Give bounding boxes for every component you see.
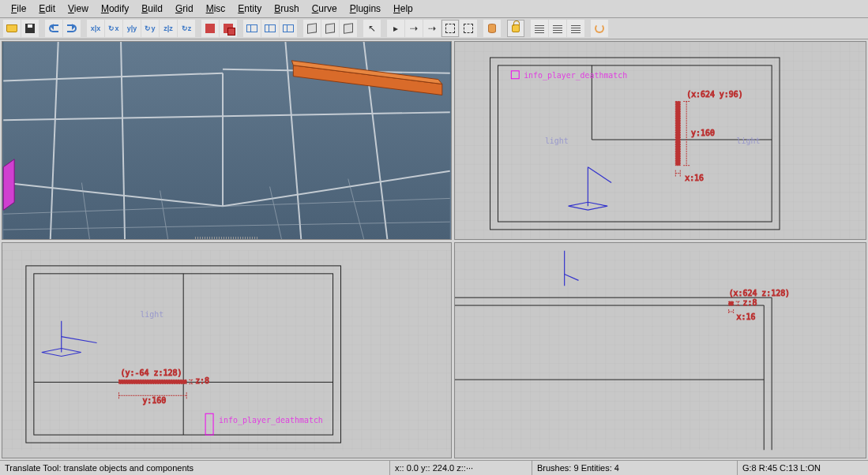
svg-rect-50	[118, 380, 186, 383]
menu-curve[interactable]: Curve	[306, 2, 344, 16]
view-layout-icon	[246, 24, 257, 32]
open-button[interactable]	[3, 20, 21, 37]
menu-view[interactable]: View	[62, 2, 95, 16]
clipper-button[interactable]: ▸	[387, 20, 404, 37]
cube-3-button[interactable]	[340, 20, 357, 37]
texture-browser-button[interactable]	[567, 20, 584, 37]
save-icon	[25, 24, 35, 33]
rotate-x-icon: ↻x	[108, 24, 118, 32]
rotate-z-button[interactable]: ↻z	[178, 20, 195, 37]
folder-open-icon	[6, 24, 17, 32]
svg-text:z:8: z:8	[195, 376, 209, 385]
select-touching-button[interactable]	[442, 20, 459, 37]
svg-text:(x:624  y:96): (x:624 y:96)	[686, 90, 742, 99]
cube-1-button[interactable]	[303, 20, 321, 37]
select-inside-button[interactable]	[460, 20, 477, 37]
view-layout-1-button[interactable]	[243, 20, 261, 37]
svg-text:z:8: z:8	[742, 298, 757, 307]
svg-text:light: light	[140, 310, 163, 319]
tool-icon: ⇢	[428, 23, 436, 34]
flip-y-button[interactable]: y|y	[123, 20, 141, 37]
tool-a-button[interactable]: ⇢	[405, 20, 423, 37]
viewport-3d[interactable]	[2, 41, 452, 240]
undo-icon	[49, 24, 58, 32]
svg-text:light: light	[545, 137, 569, 145]
menu-plugins[interactable]: Plugins	[344, 2, 387, 16]
view-layout-icon	[265, 24, 276, 32]
svg-text:(y:-64  z:128): (y:-64 z:128)	[120, 368, 182, 377]
viewport-xy[interactable]: info_player_deathmatch (x:624 y:96) y:16…	[454, 41, 866, 240]
redo-button[interactable]	[63, 20, 81, 37]
refresh-button[interactable]	[591, 20, 608, 37]
cube-icon	[307, 23, 317, 34]
svg-text:info_player_deathmatch: info_player_deathmatch	[219, 416, 323, 425]
svg-rect-26	[675, 101, 680, 165]
viewport-xz[interactable]: (x:624 z:128) z:8 x:16	[454, 242, 866, 458]
status-coords: x:: 0.0 y:: 224.0 z::···	[390, 461, 532, 475]
magenta-brush	[3, 159, 14, 210]
lock-icon	[512, 24, 520, 32]
svg-rect-19	[455, 42, 866, 239]
status-counts: Brushes: 9 Entities: 4	[532, 461, 738, 475]
menu-entity[interactable]: Entity	[231, 2, 268, 16]
svg-text:light: light	[737, 137, 761, 145]
flip-z-button[interactable]: z|z	[160, 20, 177, 37]
menubar: File Edit View Modify Build Grid Misc En…	[0, 0, 868, 18]
svg-text:x:16: x:16	[737, 312, 756, 321]
save-button[interactable]	[21, 20, 39, 37]
csg-subtract-button[interactable]	[201, 20, 219, 37]
svg-text:y:160: y:160	[142, 396, 166, 405]
texture-lock-button[interactable]	[507, 20, 524, 37]
pointer-icon: ↖	[368, 23, 376, 34]
menu-build[interactable]: Build	[135, 2, 169, 16]
cube-icon	[325, 23, 335, 34]
pointer-button[interactable]: ↖	[363, 20, 381, 37]
tool-icon: ⇢	[410, 23, 418, 34]
cube-icon	[344, 23, 353, 34]
menu-modify[interactable]: Modify	[95, 2, 135, 16]
viewport-yz[interactable]: light (y:-64 z:128) z:8 y:160 info_playe…	[2, 242, 452, 458]
menu-file[interactable]: File	[5, 2, 32, 16]
csg-subtract-icon	[205, 24, 215, 33]
rotate-y-icon: ↻y	[145, 24, 155, 32]
svg-rect-70	[729, 301, 734, 305]
viewport-container: info_player_deathmatch (x:624 y:96) y:16…	[0, 39, 868, 460]
clipper-icon: ▸	[393, 23, 398, 34]
flip-x-button[interactable]: x|x	[87, 20, 104, 37]
splitter-handle[interactable]	[195, 237, 258, 240]
svg-text:x:16: x:16	[685, 174, 704, 183]
statusbar: Translate Tool: translate objects and co…	[0, 460, 868, 475]
undo-button[interactable]	[45, 20, 62, 37]
menu-help[interactable]: Help	[387, 2, 419, 16]
view-layout-icon	[283, 24, 294, 32]
console-button[interactable]	[549, 20, 566, 37]
rotate-y-button[interactable]: ↻y	[141, 20, 159, 37]
entity-list-button[interactable]	[531, 20, 548, 37]
rotate-x-button[interactable]: ↻x	[105, 20, 122, 37]
cube-2-button[interactable]	[321, 20, 339, 37]
select-icon	[464, 24, 473, 33]
redo-icon	[67, 24, 77, 32]
svg-rect-62	[455, 251, 866, 451]
refresh-icon	[595, 24, 604, 33]
cylinder-icon	[488, 24, 496, 33]
menu-grid[interactable]: Grid	[169, 2, 200, 16]
perspective-scene	[2, 42, 451, 239]
menu-edit[interactable]: Edit	[32, 2, 62, 16]
svg-text:(x:624  z:128): (x:624 z:128)	[729, 289, 790, 297]
cylinder-button[interactable]	[483, 20, 501, 37]
list-icon	[553, 24, 562, 33]
select-icon	[445, 24, 455, 33]
tool-b-button[interactable]: ⇢	[423, 20, 441, 37]
csg-merge-button[interactable]	[220, 20, 237, 37]
menu-misc[interactable]: Misc	[200, 2, 232, 16]
rotate-z-icon: ↻z	[182, 24, 192, 32]
status-tool: Translate Tool: translate objects and co…	[0, 461, 390, 475]
view-layout-2-button[interactable]	[261, 20, 279, 37]
csg-merge-icon	[224, 24, 233, 33]
view-layout-3-button[interactable]	[280, 20, 297, 37]
flip-y-icon: y|y	[127, 24, 137, 32]
list-icon	[571, 24, 581, 33]
status-grid: G:8 R:45 C:13 L:ON	[738, 461, 868, 475]
menu-brush[interactable]: Brush	[268, 2, 305, 16]
